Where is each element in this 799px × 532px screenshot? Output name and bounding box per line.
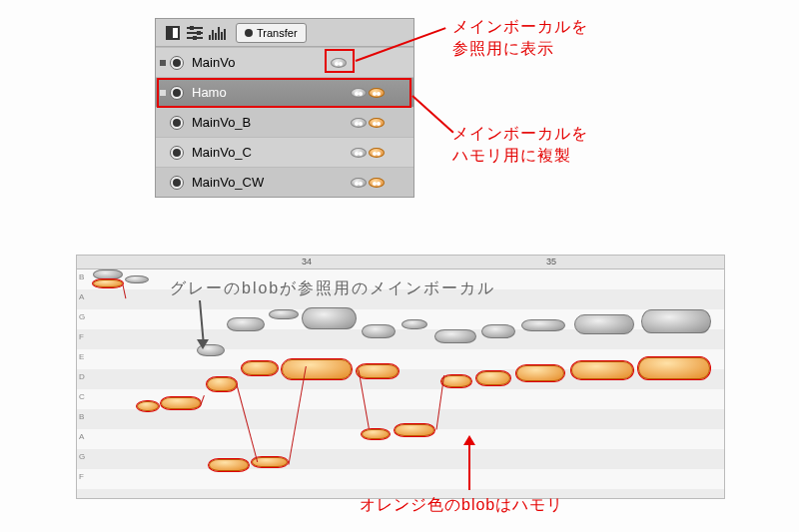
key-label: G <box>79 312 85 321</box>
record-arm-icon[interactable] <box>170 116 184 130</box>
annotation-text: メインボーカルを <box>452 123 588 145</box>
note-grey[interactable] <box>302 307 357 329</box>
note-grey[interactable] <box>401 319 427 329</box>
key-label: D <box>79 372 85 381</box>
annotation-orange-blob: オレンジ色のblobはハモリ <box>360 494 563 516</box>
note-orange[interactable] <box>93 279 123 287</box>
track-list-panel: Transfer MainVo Hamo MainVo_B MainVo_C <box>155 18 414 198</box>
note-grey[interactable] <box>641 309 711 333</box>
record-arm-icon[interactable] <box>170 176 184 190</box>
pitch-line <box>201 395 205 405</box>
note-grey[interactable] <box>574 314 634 334</box>
note-orange[interactable] <box>476 371 510 385</box>
record-arm-icon[interactable] <box>170 56 184 70</box>
arrowhead-icon <box>197 339 209 349</box>
note-grey[interactable] <box>227 317 265 331</box>
annotation-text: メインボーカルを <box>452 16 588 38</box>
blob-grey-icon <box>331 58 347 68</box>
note-orange[interactable] <box>571 361 633 379</box>
track-row-mainvo-b[interactable]: MainVo_B <box>156 107 413 137</box>
note-orange[interactable] <box>516 365 564 381</box>
note-orange[interactable] <box>638 357 710 379</box>
view-mode-icon[interactable] <box>164 24 182 42</box>
note-orange[interactable] <box>207 377 237 391</box>
note-orange[interactable] <box>209 459 249 471</box>
track-name: MainVo_C <box>192 145 292 160</box>
key-label: C <box>79 392 85 401</box>
blob-indicator <box>351 148 385 158</box>
note-grey[interactable] <box>125 275 149 283</box>
record-icon <box>245 29 253 37</box>
blob-grey-icon <box>351 178 367 188</box>
key-label: A <box>79 292 84 301</box>
key-label: A <box>79 432 84 441</box>
annotation-arrow-line <box>468 445 470 490</box>
editor-body[interactable]: B A G F E D C B A G F <box>77 269 724 499</box>
note-grey[interactable] <box>362 324 396 338</box>
key-label: F <box>79 472 84 481</box>
track-row-mainvo[interactable]: MainVo <box>156 47 413 77</box>
key-label: G <box>79 452 85 461</box>
blob-grey-icon <box>351 88 367 98</box>
arrowhead-icon <box>463 435 475 445</box>
blob-indicator <box>351 178 385 188</box>
note-orange[interactable] <box>242 361 278 375</box>
ruler-tick: 35 <box>546 257 556 266</box>
record-arm-icon[interactable] <box>170 86 184 100</box>
transfer-button-label: Transfer <box>257 27 298 39</box>
note-orange[interactable] <box>395 424 434 436</box>
blob-indicator <box>351 118 385 128</box>
track-handle-icon <box>160 90 166 96</box>
spectrum-icon[interactable] <box>208 24 226 42</box>
pitch-line <box>359 369 370 428</box>
track-row-mainvo-cw[interactable]: MainVo_CW <box>156 167 413 197</box>
note-orange[interactable] <box>357 364 399 378</box>
note-grey[interactable] <box>269 309 299 319</box>
blob-orange-icon <box>369 178 385 188</box>
track-handle-icon <box>160 60 166 66</box>
blob-orange-icon <box>369 118 385 128</box>
sliders-icon[interactable] <box>186 24 204 42</box>
track-list-header: Transfer <box>156 19 413 47</box>
editor-ruler[interactable]: 34 35 <box>77 256 724 269</box>
annotation-text: 参照用に表示 <box>452 38 588 60</box>
track-name: MainVo <box>192 55 292 70</box>
annotation-arrow-line <box>411 95 453 133</box>
annotation-text: ハモリ用に複製 <box>452 145 588 167</box>
track-name: MainVo_B <box>192 115 292 130</box>
note-grey[interactable] <box>481 324 515 338</box>
blob-orange-icon <box>369 148 385 158</box>
pitch-line <box>237 384 259 462</box>
annotation-grey-blob: グレーのblobが参照用のメインボーカル <box>170 278 495 299</box>
blob-indicator <box>351 88 385 98</box>
note-orange[interactable] <box>441 375 471 387</box>
annotation-reference: メインボーカルを 参照用に表示 <box>452 16 588 61</box>
note-orange[interactable] <box>137 401 159 411</box>
track-row-hamo[interactable]: Hamo <box>156 77 413 107</box>
pitch-line <box>436 375 445 430</box>
note-orange[interactable] <box>362 429 390 439</box>
note-orange[interactable] <box>161 397 201 409</box>
track-name: MainVo_CW <box>192 175 292 190</box>
key-label: E <box>79 352 84 361</box>
blob-grey-icon <box>351 148 367 158</box>
blob-indicator <box>331 58 347 68</box>
key-label: B <box>79 412 84 421</box>
annotation-duplicate: メインボーカルを ハモリ用に複製 <box>452 123 588 168</box>
track-row-mainvo-c[interactable]: MainVo_C <box>156 137 413 167</box>
record-arm-icon[interactable] <box>170 146 184 160</box>
pitch-line <box>123 284 127 298</box>
note-grey[interactable] <box>521 319 565 331</box>
blob-grey-icon <box>351 118 367 128</box>
track-name: Hamo <box>192 85 292 100</box>
note-grey[interactable] <box>434 329 476 343</box>
transfer-button[interactable]: Transfer <box>236 23 307 43</box>
key-label: F <box>79 332 84 341</box>
note-grey[interactable] <box>93 269 123 279</box>
note-orange[interactable] <box>282 359 352 379</box>
blob-orange-icon <box>369 88 385 98</box>
ruler-tick: 34 <box>302 257 312 266</box>
pitch-line <box>289 366 307 465</box>
key-label: B <box>79 272 84 281</box>
